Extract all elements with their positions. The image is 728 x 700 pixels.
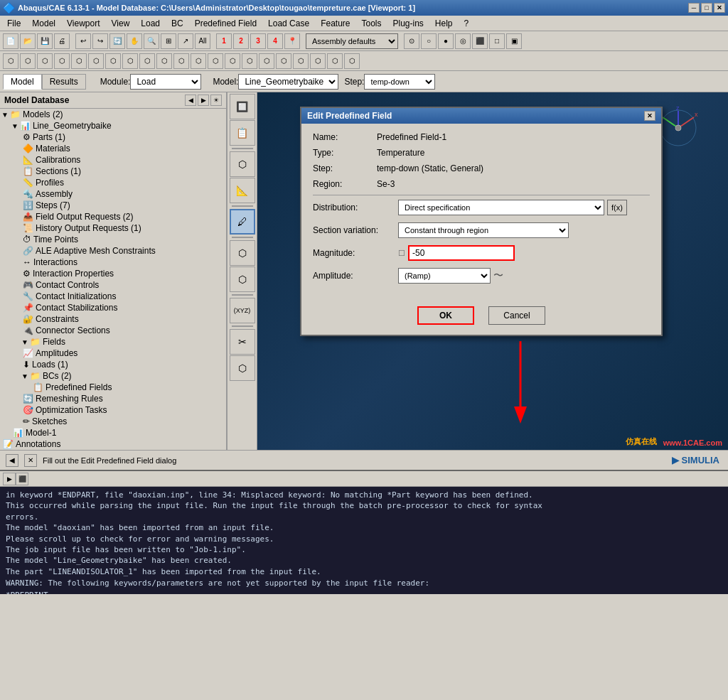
tree-item-profiles[interactable]: 📏Profiles bbox=[0, 177, 226, 188]
tb2-17[interactable]: ⬡ bbox=[276, 53, 291, 69]
cancel-button[interactable]: Cancel bbox=[488, 306, 545, 325]
vt-btn-5[interactable]: 🖊 bbox=[230, 209, 255, 235]
header-btn-1[interactable]: ◀ bbox=[185, 95, 196, 106]
tb2-3[interactable]: ⬡ bbox=[37, 53, 53, 69]
menu-view[interactable]: View bbox=[106, 17, 136, 30]
vt-btn-9[interactable]: ⬡ bbox=[230, 355, 255, 381]
tab-model[interactable]: Model bbox=[3, 74, 42, 90]
tree-item-time_points[interactable]: ⏱Time Points bbox=[0, 234, 226, 245]
distribution-select[interactable]: Direct specification bbox=[398, 200, 604, 215]
vt-btn-8[interactable]: ✂ bbox=[230, 329, 255, 355]
tb-undo[interactable]: ↩ bbox=[75, 33, 91, 49]
tb2-9[interactable]: ⬡ bbox=[139, 53, 155, 69]
tb-zoom[interactable]: 🔍 bbox=[144, 33, 159, 49]
vt-btn-3[interactable]: ⬡ bbox=[230, 151, 255, 177]
msg-tb-1[interactable]: ▶ bbox=[3, 473, 16, 485]
tb-view7[interactable]: ▣ bbox=[506, 33, 522, 49]
module-select[interactable]: Load bbox=[130, 74, 201, 90]
tb-select[interactable]: ↗ bbox=[178, 33, 193, 49]
fx-button[interactable]: f(x) bbox=[607, 200, 627, 215]
tb-rotate[interactable]: 🔄 bbox=[109, 33, 125, 49]
menu-feature[interactable]: Feature bbox=[315, 17, 355, 30]
menu-bc[interactable]: BC bbox=[166, 17, 189, 30]
tree-item-connector_sections[interactable]: 🔌Connector Sections bbox=[0, 325, 226, 336]
menu-predefined-field[interactable]: Predefined Field bbox=[189, 17, 262, 30]
tb-redo[interactable]: ↪ bbox=[92, 33, 108, 49]
tb-open[interactable]: 📂 bbox=[20, 33, 36, 49]
vt-btn-4[interactable]: 📐 bbox=[230, 178, 255, 203]
tb2-5[interactable]: ⬡ bbox=[71, 53, 87, 69]
tb2-13[interactable]: ⬡ bbox=[208, 53, 223, 69]
tree-item-contact_controls[interactable]: 🎮Contact Controls bbox=[0, 279, 226, 291]
tb2-18[interactable]: ⬡ bbox=[293, 53, 309, 69]
tb-1[interactable]: 1 bbox=[216, 33, 232, 49]
tree-item-line_geo[interactable]: ▼ 📊Line_Geometrybaike bbox=[0, 120, 226, 131]
tree-item-interaction_props[interactable]: ⚙Interaction Properties bbox=[0, 268, 226, 279]
tb-view5[interactable]: ⬛ bbox=[472, 33, 488, 49]
tree-item-sketches[interactable]: ✏Sketches bbox=[0, 416, 226, 427]
message-content[interactable]: in keyword *ENDPART, file "daoxian.inp",… bbox=[0, 487, 728, 594]
header-btn-3[interactable]: ☀ bbox=[210, 95, 222, 106]
tree-item-contact_init[interactable]: 🔧Contact Initializations bbox=[0, 291, 226, 302]
tb-4[interactable]: 4 bbox=[267, 33, 283, 49]
tb2-14[interactable]: ⬡ bbox=[225, 53, 240, 69]
menu-plugins[interactable]: Plug-ins bbox=[387, 17, 429, 30]
tb-view4[interactable]: ◎ bbox=[455, 33, 471, 49]
menu-viewport[interactable]: Viewport bbox=[61, 17, 105, 30]
tb-pan[interactable]: ✋ bbox=[127, 33, 142, 49]
menu-load-case[interactable]: Load Case bbox=[262, 17, 315, 30]
tb-3[interactable]: 3 bbox=[250, 33, 266, 49]
tree-item-interactions[interactable]: ↔Interactions bbox=[0, 257, 226, 268]
tb2-8[interactable]: ⬡ bbox=[122, 53, 138, 69]
tb2-21[interactable]: ⬡ bbox=[344, 53, 360, 69]
tree-item-assembly[interactable]: 🔩Assembly bbox=[0, 188, 226, 200]
tb2-2[interactable]: ⬡ bbox=[20, 53, 36, 69]
tree-item-constraints[interactable]: 🔐Constraints bbox=[0, 313, 226, 325]
tab-results[interactable]: Results bbox=[42, 74, 86, 90]
tb2-16[interactable]: ⬡ bbox=[259, 53, 274, 69]
tb-fit[interactable]: ⊞ bbox=[161, 33, 176, 49]
vt-btn-7[interactable]: ⬡ bbox=[230, 266, 255, 292]
step-select[interactable]: temp-down bbox=[364, 74, 435, 90]
tb2-1[interactable]: ⬡ bbox=[3, 53, 18, 69]
tree-item-predefined_fields[interactable]: 📋Predefined Fields bbox=[0, 382, 226, 393]
tree-item-sections[interactable]: 📋Sections (1) bbox=[0, 166, 226, 177]
tb-new[interactable]: 📄 bbox=[3, 33, 18, 49]
tb-view3[interactable]: ● bbox=[438, 33, 454, 49]
maximize-button[interactable]: □ bbox=[701, 3, 712, 13]
tb-snap[interactable]: 📍 bbox=[284, 33, 300, 49]
assembly-defaults-select[interactable]: Assembly defaults bbox=[306, 33, 398, 49]
nav-cancel-button[interactable]: ✕ bbox=[24, 454, 37, 467]
section-var-select[interactable]: Constant through region bbox=[398, 222, 569, 238]
ok-button[interactable]: OK bbox=[417, 306, 474, 325]
magnitude-input[interactable] bbox=[408, 245, 515, 261]
tree-item-remeshing[interactable]: 🔄Remeshing Rules bbox=[0, 393, 226, 404]
tree-item-history_output[interactable]: 📜History Output Requests (1) bbox=[0, 222, 226, 234]
tree-item-annotations[interactable]: 📝Annotations bbox=[0, 438, 226, 450]
tb2-19[interactable]: ⬡ bbox=[310, 53, 326, 69]
tree-item-contact_stab[interactable]: 📌Contact Stabilizations bbox=[0, 302, 226, 313]
menu-question[interactable]: ? bbox=[459, 17, 475, 30]
vt-btn-6[interactable]: ⬡ bbox=[230, 240, 255, 266]
tb2-12[interactable]: ⬡ bbox=[191, 53, 206, 69]
menu-load[interactable]: Load bbox=[135, 17, 166, 30]
model-select[interactable]: Line_Geometrybaike bbox=[238, 74, 338, 90]
tb2-4[interactable]: ⬡ bbox=[54, 53, 70, 69]
tree-item-loads[interactable]: ⬇Loads (1) bbox=[0, 359, 226, 370]
tree-item-ale[interactable]: 🔗ALE Adaptive Mesh Constraints bbox=[0, 245, 226, 257]
tree-item-parts[interactable]: ⚙Parts (1) bbox=[0, 131, 226, 143]
tb2-20[interactable]: ⬡ bbox=[327, 53, 343, 69]
menu-model[interactable]: Model bbox=[26, 17, 61, 30]
menu-tools[interactable]: Tools bbox=[355, 17, 387, 30]
tree-item-model1[interactable]: 📊Model-1 bbox=[0, 427, 226, 438]
tb2-15[interactable]: ⬡ bbox=[242, 53, 257, 69]
nav-back-button[interactable]: ◀ bbox=[6, 454, 18, 467]
tb2-6[interactable]: ⬡ bbox=[88, 53, 104, 69]
vt-btn-1[interactable]: 🔲 bbox=[230, 94, 255, 119]
tb-view6[interactable]: □ bbox=[489, 33, 505, 49]
tree-item-fields[interactable]: ▼ 📁Fields bbox=[0, 336, 226, 348]
menu-help[interactable]: Help bbox=[429, 17, 459, 30]
tree-item-optimization[interactable]: 🎯Optimization Tasks bbox=[0, 404, 226, 416]
tb-save[interactable]: 💾 bbox=[37, 33, 53, 49]
tb-2[interactable]: 2 bbox=[233, 33, 249, 49]
